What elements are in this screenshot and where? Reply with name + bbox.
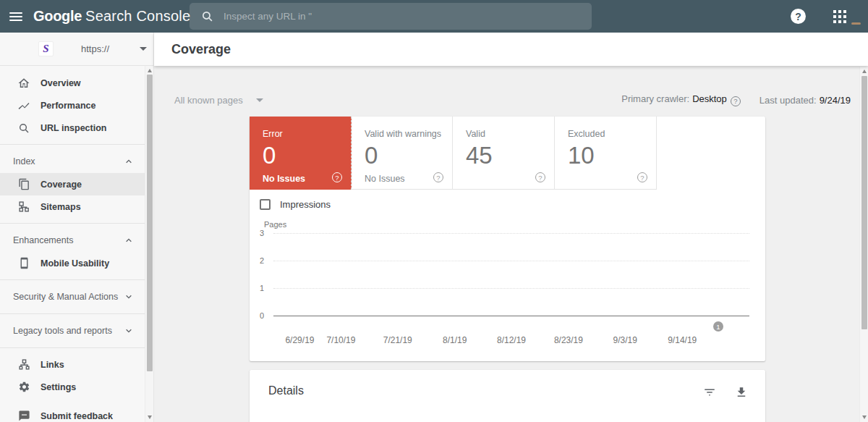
divider	[0, 347, 147, 348]
page-title: Coverage	[171, 42, 231, 57]
report-toolbar: All known pages Primary crawler:Desktop?…	[154, 66, 859, 117]
sidebar-item-label: Performance	[41, 101, 95, 111]
search-input[interactable]	[224, 11, 583, 22]
sidebar-item-coverage[interactable]: Coverage	[0, 173, 147, 195]
card-help-icon[interactable]: ?	[332, 172, 342, 182]
plot-area: 3210 1	[273, 233, 749, 316]
sidebar-item-mobile-usability[interactable]: Mobile Usability	[0, 252, 147, 274]
logo-google: Google	[33, 8, 82, 24]
gridline: 0	[273, 316, 749, 316]
sidebar-item-label: Sitemaps	[41, 202, 81, 212]
divider	[0, 223, 147, 224]
x-tick-label: 8/1/19	[443, 335, 467, 345]
page-header: Coverage	[154, 33, 868, 66]
chevron-down-icon	[140, 47, 147, 51]
report-meta: Primary crawler:Desktop? Last updated:9/…	[621, 93, 851, 106]
x-axis-labels: 6/29/197/10/197/21/198/1/198/12/198/23/1…	[273, 335, 749, 345]
sidebar-item-settings[interactable]: Settings	[0, 376, 147, 398]
sidebar-scrollbar[interactable]	[145, 66, 153, 422]
sidebar-nav: Overview Performance URL inspection Inde…	[0, 66, 153, 422]
x-tick-label: 7/21/19	[383, 335, 412, 345]
card-label: Valid	[466, 129, 554, 139]
impressions-checkbox[interactable]: Impressions	[260, 199, 331, 210]
sidebar-section-index[interactable]: Index	[0, 150, 147, 173]
card-value: 0	[365, 143, 452, 167]
feedback-icon	[17, 410, 30, 422]
menu-button[interactable]	[0, 10, 32, 23]
sidebar-item-label: Submit feedback	[41, 411, 113, 421]
sidebar-item-overview[interactable]: Overview	[0, 72, 147, 94]
updated-value: 9/24/19	[820, 95, 851, 106]
scrollbar-thumb[interactable]	[147, 75, 153, 371]
report-scroll-area: All known pages Primary crawler:Desktop?…	[154, 66, 868, 422]
sidebar-section-enhancements[interactable]: Enhancements	[0, 229, 147, 252]
sidebar-section-legacy[interactable]: Legacy tools and reports	[0, 319, 147, 342]
property-url: https://	[81, 43, 109, 54]
chevron-down-icon	[125, 327, 132, 334]
property-selector[interactable]: S https://	[0, 33, 153, 66]
scroll-down-arrow[interactable]	[862, 415, 867, 419]
sidebar-item-url-inspection[interactable]: URL inspection	[0, 117, 147, 139]
card-label: Error	[263, 129, 351, 139]
sitemap-tree-icon	[17, 201, 30, 214]
card-help-icon[interactable]: ?	[433, 172, 443, 182]
x-tick-label: 8/23/19	[554, 335, 583, 345]
divider	[0, 313, 147, 314]
section-label: Security & Manual Actions	[13, 292, 118, 302]
checkbox-icon[interactable]	[260, 199, 271, 210]
coverage-pages-icon	[17, 178, 30, 191]
sidebar: S https:// Overview Performance URL insp…	[0, 33, 153, 422]
sidebar-item-performance[interactable]: Performance	[0, 94, 147, 117]
status-cards: Error 0 No Issues ? Valid with warnings …	[250, 117, 765, 190]
scrollbar-thumb[interactable]	[861, 76, 867, 329]
details-panel: Details	[250, 370, 765, 422]
app-logo: GoogleSearch Console	[33, 8, 190, 25]
card-help-icon[interactable]: ?	[535, 172, 545, 182]
crawler-help-icon[interactable]: ?	[731, 96, 741, 106]
card-valid-with-warnings[interactable]: Valid with warnings 0 No Issues ?	[351, 117, 453, 190]
chevron-up-icon	[125, 158, 132, 165]
card-label: Valid with warnings	[365, 129, 452, 139]
card-value: 10	[568, 143, 656, 167]
card-value: 0	[263, 143, 351, 167]
gridlines: 3210	[273, 233, 749, 316]
magnifier-icon	[17, 122, 30, 135]
chevron-down-icon	[125, 293, 132, 300]
links-icon	[17, 358, 30, 371]
filter-icon[interactable]	[703, 386, 716, 399]
crawler-label: Primary crawler:	[621, 93, 689, 104]
download-icon[interactable]	[735, 386, 748, 399]
card-help-icon[interactable]: ?	[637, 172, 647, 182]
sidebar-section-security[interactable]: Security & Manual Actions	[0, 285, 147, 308]
scroll-up-arrow[interactable]	[148, 69, 152, 72]
impressions-label: Impressions	[280, 199, 331, 210]
sidebar-item-sitemaps[interactable]: Sitemaps	[0, 195, 147, 218]
search-icon	[201, 10, 213, 22]
sidebar-item-label: URL inspection	[41, 123, 106, 133]
sidebar-item-submit-feedback[interactable]: Submit feedback	[0, 405, 147, 422]
card-error[interactable]: Error 0 No Issues ?	[250, 117, 352, 190]
scroll-down-arrow[interactable]	[148, 415, 152, 419]
gridline: 2	[273, 261, 749, 288]
section-label: Index	[13, 156, 35, 166]
primary-crawler: Primary crawler:Desktop?	[621, 93, 741, 106]
page-scope-dropdown[interactable]: All known pages	[174, 95, 263, 106]
sidebar-item-links[interactable]: Links	[0, 353, 147, 376]
card-excluded[interactable]: Excluded 10 ?	[555, 117, 657, 190]
scroll-up-arrow[interactable]	[862, 69, 867, 73]
x-tick-label: 8/12/19	[497, 335, 526, 345]
sidebar-item-label: Links	[41, 360, 64, 370]
coverage-chart: Pages 3210 1 6/29/197/10/197/21/198/1/19…	[250, 210, 765, 361]
card-valid[interactable]: Valid 45 ?	[453, 117, 555, 190]
hamburger-icon	[9, 10, 22, 23]
main-scrollbar[interactable]	[859, 67, 868, 422]
url-inspect-searchbox[interactable]	[190, 3, 592, 30]
avatar[interactable]	[851, 22, 861, 25]
x-tick-label: 7/10/19	[326, 335, 355, 345]
cards-filler	[657, 117, 765, 190]
help-icon[interactable]: ?	[791, 9, 806, 24]
apps-grid-icon[interactable]	[833, 10, 846, 23]
divider	[0, 144, 147, 145]
chevron-up-icon	[125, 237, 132, 244]
annotation-badge[interactable]: 1	[713, 321, 723, 332]
